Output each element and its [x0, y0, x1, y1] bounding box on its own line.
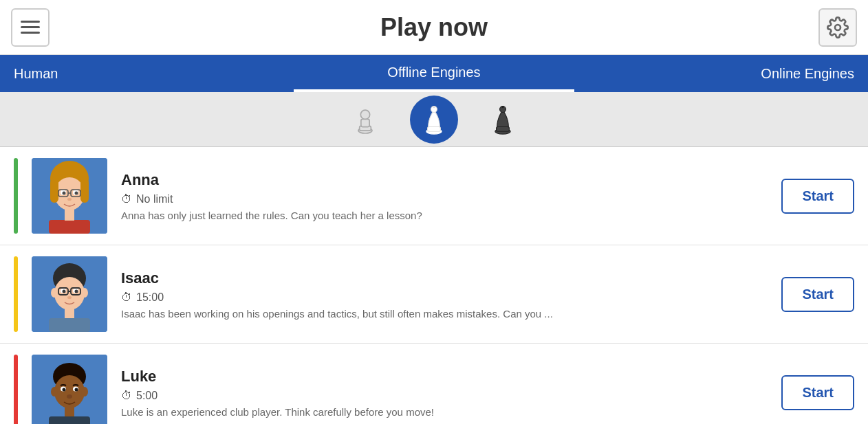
svg-point-36	[75, 290, 78, 293]
svg-point-40	[67, 296, 72, 299]
svg-point-0	[835, 25, 840, 30]
opponent-row-isaac: Isaac ⏱ 15:00 Isaac has been working on …	[0, 245, 868, 344]
svg-rect-54	[49, 416, 90, 424]
start-button-isaac[interactable]: Start	[781, 277, 854, 312]
svg-point-20	[63, 192, 66, 195]
svg-rect-26	[49, 220, 90, 234]
svg-rect-6	[428, 126, 441, 131]
opponent-time-value-anna: No limit	[136, 193, 173, 205]
page-title: Play now	[50, 13, 818, 42]
opponent-time-value-isaac: 15:00	[136, 291, 164, 304]
svg-point-25	[67, 198, 72, 201]
clock-icon-anna: ⏱	[121, 193, 132, 205]
difficulty-bar-anna	[14, 158, 18, 234]
piece-pawn-light[interactable]	[341, 96, 389, 144]
difficulty-bar-isaac	[14, 256, 18, 332]
svg-rect-27	[65, 208, 74, 221]
opponent-name-isaac: Isaac	[121, 269, 768, 287]
opponent-time-luke: ⏱ 5:00	[121, 390, 768, 402]
menu-icon-line1	[21, 21, 40, 23]
settings-button[interactable]	[818, 8, 857, 47]
svg-rect-53	[65, 406, 74, 418]
piece-bishop-blue[interactable]	[410, 96, 458, 144]
menu-button[interactable]	[11, 8, 50, 47]
opponent-name-anna: Anna	[121, 171, 768, 189]
svg-rect-16	[50, 179, 58, 203]
svg-point-45	[54, 375, 85, 408]
svg-point-31	[51, 288, 58, 298]
svg-point-51	[75, 388, 78, 392]
tab-online-label: Online Engines	[761, 66, 854, 82]
piece-selector	[0, 92, 868, 147]
opponent-desc-anna: Anna has only just learned the rules. Ca…	[121, 210, 768, 221]
opponent-time-isaac: ⏱ 15:00	[121, 291, 768, 304]
opponent-info-luke: Luke ⏱ 5:00 Luke is an experienced club …	[121, 368, 768, 418]
svg-point-12	[501, 106, 503, 108]
app-header: Play now	[0, 0, 868, 55]
svg-point-35	[63, 290, 66, 293]
start-button-luke[interactable]: Start	[781, 375, 854, 410]
clock-icon-isaac: ⏱	[121, 291, 132, 304]
tab-bar: Human Offline Engines Online Engines	[0, 55, 868, 92]
menu-icon-line3	[21, 32, 40, 34]
bishop-blue-icon	[426, 106, 442, 134]
svg-point-47	[81, 387, 88, 397]
start-button-anna[interactable]: Start	[781, 179, 854, 214]
opponent-info-isaac: Isaac ⏱ 15:00 Isaac has been working on …	[121, 269, 768, 320]
tab-offline-engines[interactable]: Offline Engines	[294, 55, 574, 92]
pawn-light-icon	[358, 110, 372, 133]
avatar-anna	[32, 158, 107, 234]
menu-icon-line2	[21, 26, 40, 28]
svg-point-46	[51, 387, 58, 397]
tab-online-engines[interactable]: Online Engines	[574, 55, 868, 92]
svg-point-50	[63, 388, 66, 392]
bishop-dark-icon	[495, 106, 510, 134]
opponent-row-luke: Luke ⏱ 5:00 Luke is an experienced club …	[0, 344, 868, 424]
svg-rect-41	[65, 308, 74, 320]
svg-point-21	[75, 192, 78, 195]
opponent-info-anna: Anna ⏱ No limit Anna has only just learn…	[121, 171, 768, 221]
opponent-time-value-luke: 5:00	[136, 390, 158, 402]
opponent-time-anna: ⏱ No limit	[121, 193, 768, 205]
svg-point-32	[81, 288, 88, 298]
svg-point-52	[67, 394, 72, 399]
tab-human-label: Human	[14, 66, 58, 82]
svg-rect-42	[49, 318, 90, 332]
tab-human[interactable]: Human	[0, 55, 294, 92]
clock-icon-luke: ⏱	[121, 390, 132, 402]
opponent-name-luke: Luke	[121, 368, 768, 386]
piece-bishop-dark[interactable]	[479, 96, 527, 144]
svg-rect-17	[80, 179, 89, 203]
opponent-list: Anna ⏱ No limit Anna has only just learn…	[0, 147, 868, 424]
avatar-luke	[32, 355, 107, 424]
svg-point-4	[360, 110, 369, 119]
svg-point-8	[433, 106, 435, 108]
opponent-desc-isaac: Isaac has been working on his openings a…	[121, 308, 768, 320]
opponent-desc-luke: Luke is an experienced club player. Thin…	[121, 406, 768, 418]
svg-rect-10	[497, 126, 510, 131]
difficulty-bar-luke	[14, 355, 18, 424]
svg-rect-3	[361, 119, 369, 126]
tab-offline-label: Offline Engines	[387, 65, 480, 80]
gear-icon	[827, 16, 849, 38]
opponent-row-anna: Anna ⏱ No limit Anna has only just learn…	[0, 147, 868, 245]
avatar-isaac	[32, 256, 107, 332]
